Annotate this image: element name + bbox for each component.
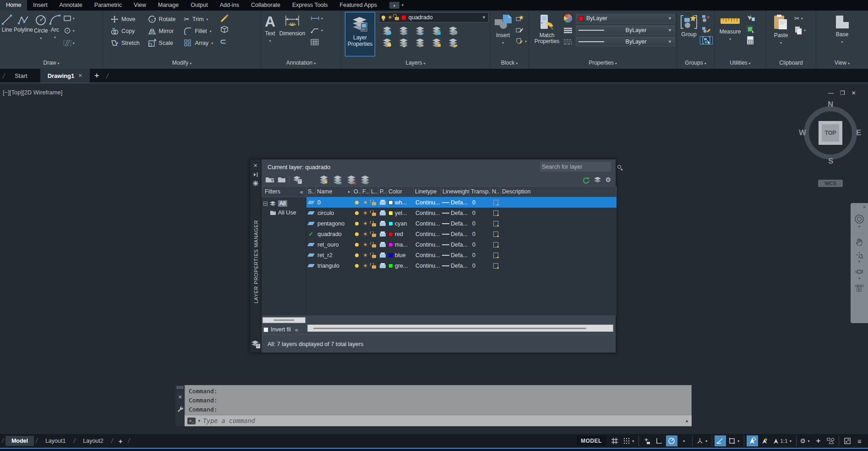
table-button[interactable] xyxy=(309,38,324,46)
layer-newvp-freeze-icon[interactable] xyxy=(491,210,501,216)
showmotion-icon[interactable] xyxy=(855,285,863,292)
layer-color-cell[interactable]: cyan xyxy=(387,220,414,227)
layer-match-icon[interactable] xyxy=(448,38,459,48)
menu-tab-home[interactable]: Home xyxy=(0,0,27,11)
isolate-objects-button[interactable] xyxy=(825,435,836,446)
layer-on-icon[interactable] xyxy=(352,264,361,268)
layer-newvp-freeze-icon[interactable] xyxy=(491,253,501,258)
model-space-toggle[interactable]: MODEL xyxy=(577,436,606,446)
edit-block-button[interactable] xyxy=(514,26,528,34)
layer-lineweight-cell[interactable]: Defa... xyxy=(441,231,469,237)
new-layer-vp-frozen-icon[interactable]: ❄ xyxy=(333,175,343,185)
ungroup-button[interactable]: ✕ xyxy=(700,14,713,22)
navigation-wheel-icon[interactable] xyxy=(854,214,864,224)
make-current-icon[interactable] xyxy=(448,26,459,36)
layer-linetype-cell[interactable]: Continu... xyxy=(414,199,441,206)
restore-icon[interactable]: ❐ xyxy=(840,90,845,96)
layer-color-cell[interactable]: yel... xyxy=(387,210,414,216)
layer-name[interactable]: quadrado xyxy=(316,231,352,237)
base-button[interactable]: Base▾ xyxy=(830,11,854,45)
dimension-button[interactable]: Dimension xyxy=(277,11,307,37)
menu-tab-express-tools[interactable]: Express Tools xyxy=(286,0,334,11)
quick-select-button[interactable] xyxy=(745,14,757,22)
viewcube[interactable]: N W E S TOP xyxy=(801,102,860,178)
layer-color-cell[interactable]: blue xyxy=(387,252,414,258)
layer-lineweight-cell[interactable]: Defa... xyxy=(441,199,469,206)
layer-states-manager-icon[interactable] xyxy=(293,176,302,184)
layer-color-cell[interactable]: wh... xyxy=(387,199,414,206)
text-button[interactable]: AText▾ xyxy=(265,11,275,44)
copy-clip-button[interactable]: ▾ xyxy=(793,26,807,34)
block-panel-label[interactable]: Block▾ xyxy=(490,58,529,69)
menu-tab-insert[interactable]: Insert xyxy=(27,0,53,11)
layer-unlock-icon[interactable] xyxy=(370,263,378,269)
copy-button[interactable]: Copy xyxy=(109,25,142,37)
stretch-button[interactable]: Stretch xyxy=(109,37,142,49)
menu-tab-output[interactable]: Output xyxy=(185,0,214,11)
layer-plot-icon[interactable] xyxy=(378,231,387,236)
viewport-controls[interactable]: [−][Top][2D Wireframe] xyxy=(3,89,62,96)
filter-tree-scrollbar[interactable] xyxy=(262,317,306,323)
column-lock[interactable]: L... xyxy=(370,187,378,197)
layer-linetype-cell[interactable]: Continu... xyxy=(414,231,441,237)
minimize-icon[interactable]: — xyxy=(828,90,834,96)
trim-button[interactable]: ✂Trim▾ xyxy=(182,13,215,25)
layer-states-icon[interactable] xyxy=(251,340,261,349)
ellipse-button[interactable]: ▾ xyxy=(62,27,76,35)
menu-tab-manage[interactable]: Manage xyxy=(152,0,185,11)
viewcube-east[interactable]: E xyxy=(856,128,861,138)
object-snap-button[interactable]: ▼ xyxy=(727,435,742,446)
layer-linetype-cell[interactable]: Continu... xyxy=(414,210,441,216)
polyline-button[interactable]: Polyline xyxy=(14,11,33,33)
cut-button[interactable]: ✂▾ xyxy=(793,14,807,22)
collapse-chevron-icon[interactable]: « xyxy=(295,326,298,333)
insert-button[interactable]: Insert▾ xyxy=(492,11,514,46)
menu-tab-addins[interactable]: Add-ins xyxy=(214,0,245,11)
edit-attributes-button[interactable]: ▾ xyxy=(514,37,528,45)
create-block-button[interactable] xyxy=(514,14,528,22)
layer-color-cell[interactable]: ma... xyxy=(387,242,414,248)
layer-unlock-icon[interactable] xyxy=(370,210,378,216)
leader-button[interactable]: ▾ xyxy=(309,26,324,34)
layer-unlock-icon[interactable] xyxy=(370,231,378,237)
layer-plot-icon[interactable] xyxy=(378,200,387,205)
rectangle-button[interactable]: ▾ xyxy=(62,14,76,22)
layer-lineweight-cell[interactable]: Defa... xyxy=(441,252,469,258)
draw-panel-label[interactable]: Draw▾ xyxy=(0,58,103,69)
layout1-tab[interactable]: Layout1 xyxy=(39,436,71,446)
layer-isolate-icon[interactable] xyxy=(399,26,409,36)
layer-combo[interactable]: ☀ quadrado ▼ xyxy=(379,12,489,22)
layer-lineweight-cell[interactable]: Defa... xyxy=(441,242,469,248)
layer-plot-icon[interactable] xyxy=(378,253,387,258)
layer-newvp-freeze-icon[interactable] xyxy=(491,200,501,205)
select-similar-button[interactable] xyxy=(745,25,757,33)
new-drawing-button[interactable]: + xyxy=(90,71,104,80)
layer-on-icon[interactable] xyxy=(352,253,361,257)
layer-name[interactable]: pentagono xyxy=(316,220,352,227)
file-tab-drawing1[interactable]: Drawing1 ✕ xyxy=(40,69,90,82)
polar-tracking-button[interactable] xyxy=(666,435,677,446)
layer-plot-icon[interactable] xyxy=(378,263,387,268)
layer-thaw-icon[interactable]: ☀ xyxy=(415,38,426,48)
layer-freeze-icon[interactable]: ☀ xyxy=(361,221,370,226)
layer-freeze-icon[interactable]: ☀ xyxy=(361,242,370,248)
column-color[interactable]: Color xyxy=(387,187,414,197)
layer-freeze-icon[interactable]: ☀ xyxy=(361,231,370,237)
layer-row[interactable]: circulo☀yel...Continu...Defa...0 xyxy=(306,208,617,218)
filter-tree-item-all[interactable]: ✓ All xyxy=(262,199,306,208)
layer-lineweight-cell[interactable]: Defa... xyxy=(441,210,469,216)
viewcube-west[interactable]: W xyxy=(799,128,806,138)
refresh-icon[interactable] xyxy=(582,176,590,184)
layer-row[interactable]: ret_ouro☀ma...Continu...Defa...0 xyxy=(306,239,617,250)
layer-row[interactable]: triangulo☀gre...Continu...Defa...0 xyxy=(306,260,617,271)
layer-row[interactable]: 0☀wh...Continu...Defa...0 xyxy=(306,197,617,208)
dynamic-input-button[interactable] xyxy=(641,435,653,446)
group-selection-toggle[interactable] xyxy=(700,36,713,44)
object-snap-tracking-button[interactable] xyxy=(715,435,726,446)
layer-transparency-cell[interactable]: 0 xyxy=(469,210,491,216)
layer-linetype-cell[interactable]: Continu... xyxy=(414,220,441,227)
layer-lock-icon[interactable] xyxy=(431,26,442,36)
layer-name[interactable]: 0 xyxy=(316,199,352,206)
layer-unlock-icon[interactable] xyxy=(370,253,378,258)
layer-freeze-icon[interactable]: ☀ xyxy=(361,263,370,269)
